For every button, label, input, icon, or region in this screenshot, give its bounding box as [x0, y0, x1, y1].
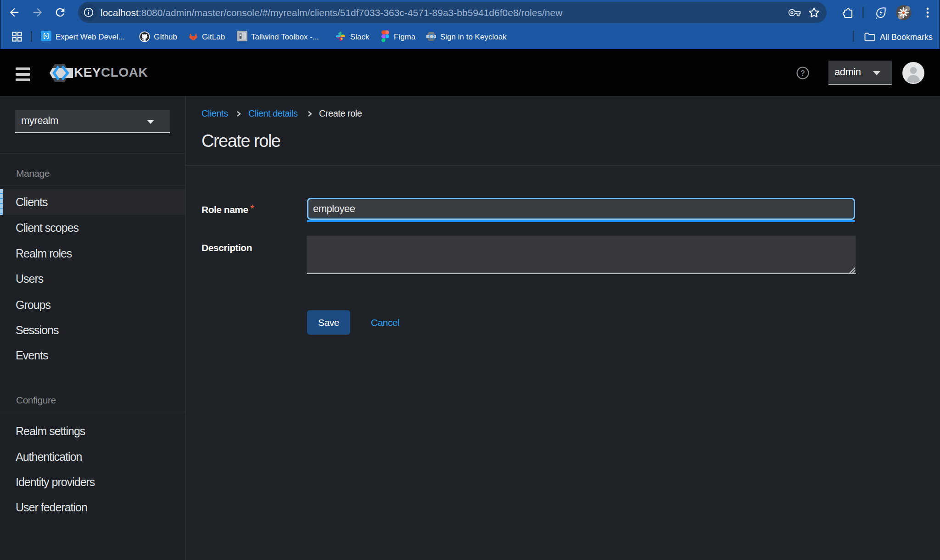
svg-text:?: ? — [800, 69, 805, 77]
